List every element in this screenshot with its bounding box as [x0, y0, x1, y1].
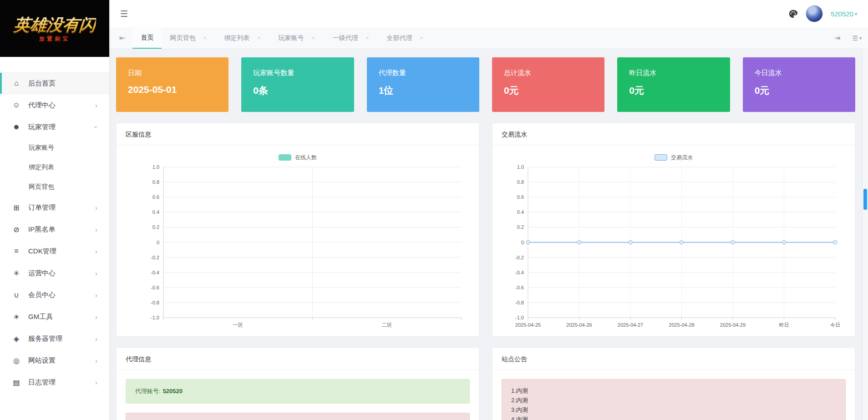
panel-title: 代理信息: [117, 348, 479, 370]
sidebar-item-site-settings[interactable]: ◎网站设置›: [0, 349, 109, 371]
tab-close-icon[interactable]: ×: [364, 35, 370, 41]
skip-back-icon[interactable]: ⇤: [119, 34, 125, 42]
servers-chart-body: 在线人数1.00.80.60.40.20-0.2-0.4-0.6-0.8-1.0…: [117, 145, 479, 338]
tab-web-backpack[interactable]: 网页背包×: [162, 27, 216, 49]
site-notice-body: 1.内测2.内测3.内测4.内测: [492, 370, 855, 420]
svg-text:一区: 一区: [233, 322, 243, 328]
tab-label: 玩家账号: [278, 34, 304, 42]
tab-bind-list[interactable]: 绑定列表×: [216, 27, 270, 49]
tabbar-right: ⇥ ☰ ▾: [831, 34, 862, 42]
app-logo[interactable]: 英雄没有闪 放置刷宝: [0, 0, 109, 57]
svg-text:2025-04-26: 2025-04-26: [566, 322, 592, 328]
svg-text:0.8: 0.8: [517, 179, 524, 185]
sidebar-item-agent-center[interactable]: ☺代理中心›: [0, 94, 109, 116]
svg-text:0.4: 0.4: [152, 209, 159, 215]
tab-all-agents[interactable]: 全部代理×: [378, 27, 432, 49]
tab-label: 首页: [141, 34, 153, 42]
sidebar-item-operation-center[interactable]: ✳运营中心›: [0, 262, 109, 284]
tab-close-icon[interactable]: ×: [310, 35, 316, 41]
svg-text:-0.6: -0.6: [515, 285, 524, 290]
user-avatar[interactable]: [806, 5, 823, 22]
sidebar-item-gm-tools[interactable]: ☀GM工具›: [0, 306, 109, 328]
tab-player-accounts[interactable]: 玩家账号×: [270, 27, 324, 49]
tab-close-icon[interactable]: ×: [202, 35, 208, 41]
agent-info-body: 代理账号:520520: [117, 370, 479, 420]
servers-panel: 区服信息 在线人数1.00.80.60.40.20-0.2-0.4-0.6-0.…: [116, 123, 479, 337]
chevron-right-icon: ›: [93, 126, 100, 128]
chevron-right-icon: ›: [95, 357, 97, 364]
svg-text:-0.4: -0.4: [151, 270, 159, 275]
sidebar-subitem-web-backpack[interactable]: 网页背包: [0, 177, 109, 197]
sidebar-item-label: IP黑名单: [28, 225, 55, 234]
sidebar-menu: ⌂后台首页☺代理中心›☻玩家管理›玩家账号绑定列表网页背包⊞订单管理›⊘IP黑名…: [0, 57, 109, 393]
sidebar-item-label: 网站设置: [28, 356, 56, 365]
tab-label: 网页背包: [170, 34, 195, 42]
sidebar-item-label: 运营中心: [28, 269, 56, 278]
svg-text:0.2: 0.2: [152, 224, 159, 230]
svg-text:-0.6: -0.6: [151, 285, 159, 290]
sidebar-item-ip-blacklist[interactable]: ⊘IP黑名单›: [0, 218, 109, 240]
tab-level1-agents[interactable]: 一级代理×: [324, 27, 378, 49]
scrollbar-thumb[interactable]: [863, 189, 867, 210]
sidebar-item-label: 服务器管理: [28, 334, 62, 343]
username-text: 520520: [831, 10, 853, 18]
ban-icon: ⊘: [12, 225, 21, 234]
sidebar-item-log-management[interactable]: ▤日志管理›: [0, 371, 109, 393]
svg-text:0.6: 0.6: [152, 194, 159, 200]
svg-text:0: 0: [521, 240, 524, 245]
agent-account-alert: 代理账号:520520: [126, 379, 470, 404]
sidebar-item-player-management[interactable]: ☻玩家管理›: [0, 116, 109, 138]
sidebar-item-label: 会员中心: [28, 291, 56, 299]
svg-text:-0.4: -0.4: [515, 270, 524, 275]
theme-palette-icon[interactable]: [788, 9, 798, 19]
sidebar-subitem-bind-list[interactable]: 绑定列表: [0, 157, 109, 177]
svg-text:0.8: 0.8: [152, 179, 159, 185]
chevron-down-icon: ▾: [859, 35, 862, 40]
tab-close-icon[interactable]: ×: [418, 35, 424, 41]
legend-label: 在线人数: [295, 154, 317, 162]
stat-card-label: 玩家账号数量: [253, 69, 342, 77]
vertical-scrollbar[interactable]: [862, 49, 868, 420]
sidebar-item-cdk-management[interactable]: ≡CDK管理›: [0, 240, 109, 262]
svg-text:今日: 今日: [830, 322, 840, 328]
stat-card-label: 代理数量: [379, 69, 467, 77]
sidebar-subitem-player-accounts[interactable]: 玩家账号: [0, 138, 109, 157]
chart-legend[interactable]: 在线人数: [125, 151, 471, 164]
magnet-icon: ∪: [12, 291, 21, 299]
user-dropdown[interactable]: 520520 ▾: [831, 10, 857, 18]
svg-text:1.0: 1.0: [152, 164, 159, 170]
stat-card-today-flow: 今日流水0元: [743, 57, 855, 112]
notice-line: 1.内测: [511, 386, 836, 395]
chevron-right-icon: ›: [95, 226, 97, 233]
hamburger-menu-icon[interactable]: ☰: [120, 9, 128, 19]
sidebar-item-label: 代理中心: [28, 101, 56, 110]
tab-options-dropdown[interactable]: ☰ ▾: [852, 35, 862, 42]
stat-card-label: 总计流水: [504, 69, 593, 77]
svg-text:2025-04-27: 2025-04-27: [618, 322, 643, 328]
charts-row: 区服信息 在线人数1.00.80.60.40.20-0.2-0.4-0.6-0.…: [116, 123, 855, 337]
svg-text:-1.0: -1.0: [515, 315, 524, 320]
svg-text:2025-04-28: 2025-04-28: [669, 322, 694, 328]
skip-forward-icon[interactable]: ⇥: [834, 34, 840, 42]
agents-icon: ☺: [12, 101, 21, 109]
gear-icon: ✳: [12, 269, 21, 278]
transactions-line-chart: 1.00.80.60.40.20-0.2-0.4-0.6-0.8-1.02025…: [501, 164, 847, 330]
sidebar-item-server-management[interactable]: ◈服务器管理›: [0, 328, 109, 349]
chart-legend[interactable]: 交易流水: [501, 151, 847, 164]
sidebar-item-label: CDK管理: [28, 247, 56, 256]
tab-close-icon[interactable]: ×: [256, 35, 262, 41]
sidebar-item-order-management[interactable]: ⊞订单管理›: [0, 197, 109, 218]
chevron-right-icon: ›: [95, 314, 97, 320]
legend-swatch-icon: [655, 154, 667, 161]
stat-card-value: 0元: [755, 84, 843, 97]
agent-account-label: 代理账号:: [135, 388, 161, 395]
svg-text:0.4: 0.4: [517, 209, 524, 215]
tabs: 首页网页背包×绑定列表×玩家账号×一级代理×全部代理×: [132, 27, 432, 49]
legend-swatch-icon: [279, 154, 291, 161]
sidebar-item-member-center[interactable]: ∪会员中心›: [0, 284, 109, 306]
tab-home[interactable]: 首页: [132, 27, 162, 49]
site-notice-panel: 站点公告 1.内测2.内测3.内测4.内测: [492, 348, 855, 420]
sidebar-item-home[interactable]: ⌂后台首页: [0, 72, 109, 94]
site-notice-alert: 1.内测2.内测3.内测4.内测: [502, 379, 846, 420]
svg-text:1.0: 1.0: [517, 164, 524, 170]
